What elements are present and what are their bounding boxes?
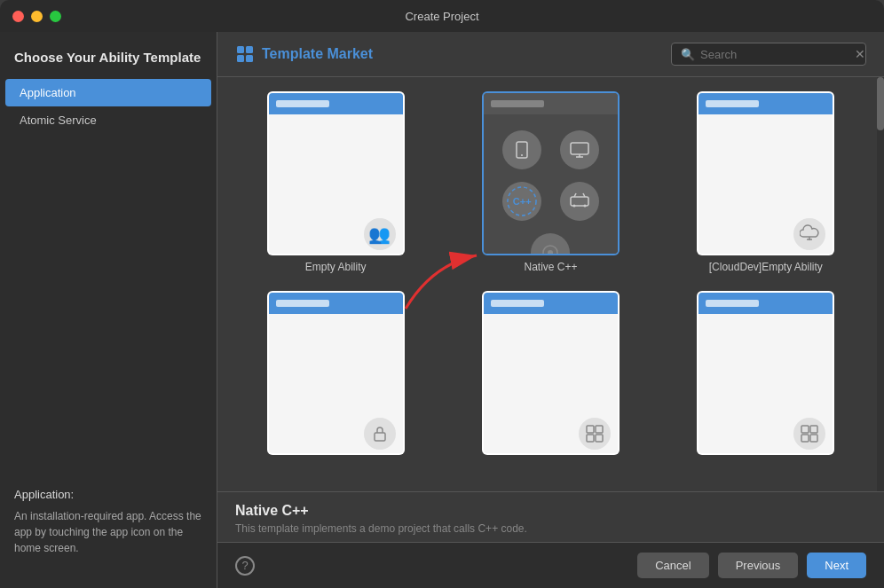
maximize-button[interactable] <box>50 11 61 22</box>
sidebar-desc-text: An installation-required app. Access the… <box>14 508 202 556</box>
template5-icon <box>579 418 611 450</box>
scrollbar-thumb[interactable] <box>877 77 884 130</box>
monitor-icon <box>560 130 599 169</box>
traffic-lights <box>12 11 61 22</box>
svg-rect-10 <box>571 197 588 206</box>
sidebar-description: Application: An installation-required ap… <box>0 472 217 571</box>
svg-point-12 <box>583 205 586 208</box>
footer-buttons: Cancel Previous Next <box>637 553 866 578</box>
content-header: Template Market 🔍 ✕ <box>217 32 884 77</box>
svg-rect-20 <box>375 433 385 441</box>
extra-icon <box>531 233 570 255</box>
search-box[interactable]: 🔍 ✕ <box>671 43 866 66</box>
main-container: Choose Your Ability Template Application… <box>0 32 884 588</box>
template-card-empty-ability[interactable]: 👥 Empty Ability <box>235 91 436 273</box>
svg-rect-3 <box>246 55 253 62</box>
template-card-clouddev[interactable]: [CloudDev]Empty Ability <box>666 91 866 273</box>
clouddev-icon <box>793 218 825 250</box>
window-title: Create Project <box>405 10 478 23</box>
svg-rect-2 <box>237 55 244 62</box>
search-clear-icon[interactable]: ✕ <box>855 47 865 61</box>
template4-icon <box>364 418 396 450</box>
svg-rect-0 <box>237 46 244 53</box>
cpp-icon: C++ <box>502 182 541 221</box>
template-card-native-cpp[interactable]: C++ <box>450 91 651 273</box>
empty-ability-icon: 👥 <box>364 218 396 250</box>
svg-rect-26 <box>810 426 817 433</box>
template-market-icon <box>235 44 255 64</box>
bottom-info: Native C++ This template implements a de… <box>217 491 884 542</box>
selected-template-title: Native C++ <box>235 503 866 519</box>
svg-rect-1 <box>246 46 253 53</box>
selected-template-desc: This template implements a demo project … <box>235 522 866 535</box>
svg-point-16 <box>548 250 553 255</box>
sidebar-desc-title: Application: <box>14 486 202 504</box>
content-area: Template Market 🔍 ✕ 👥 <box>217 32 884 588</box>
svg-rect-28 <box>810 435 817 442</box>
search-icon: 🔍 <box>681 48 695 61</box>
svg-rect-24 <box>596 435 603 442</box>
search-input[interactable] <box>700 48 849 61</box>
next-button[interactable]: Next <box>807 553 866 578</box>
car-icon <box>560 182 599 221</box>
sidebar-item-application[interactable]: Application <box>5 79 211 106</box>
cancel-button[interactable]: Cancel <box>637 553 708 578</box>
svg-point-5 <box>521 154 523 156</box>
sidebar-title: Choose Your Ability Template <box>0 50 217 79</box>
template-preview-empty-ability: 👥 <box>267 91 405 255</box>
template-name-clouddev: [CloudDev]Empty Ability <box>709 261 823 273</box>
title-bar: Create Project <box>0 0 884 32</box>
svg-point-11 <box>572 205 575 208</box>
svg-rect-27 <box>801 435 809 442</box>
sidebar: Choose Your Ability Template Application… <box>0 32 217 588</box>
svg-rect-6 <box>571 143 588 154</box>
templates-wrapper: 👥 Empty Ability <box>217 77 884 491</box>
previous-button[interactable]: Previous <box>718 553 799 578</box>
footer: ? Cancel Previous Next <box>217 542 884 588</box>
template-preview-5 <box>482 291 620 455</box>
templates-grid: 👥 Empty Ability <box>217 77 884 474</box>
template-market-text: Template Market <box>262 46 373 62</box>
template-card-6[interactable] <box>666 291 866 460</box>
scrollbar-track[interactable] <box>877 77 884 491</box>
template-card-5[interactable] <box>450 291 651 460</box>
svg-rect-22 <box>596 426 603 433</box>
template-preview-6 <box>697 291 834 455</box>
template-preview-native-cpp: C++ <box>482 91 620 255</box>
svg-rect-23 <box>587 435 594 442</box>
close-button[interactable] <box>12 11 24 22</box>
svg-rect-21 <box>587 426 594 433</box>
template-name-empty-ability: Empty Ability <box>305 261 367 273</box>
template-card-4[interactable] <box>235 291 436 460</box>
phone-icon <box>502 130 541 169</box>
template-market-label: Template Market <box>235 44 373 64</box>
template-name-native-cpp: Native C++ <box>524 261 577 273</box>
minimize-button[interactable] <box>31 11 43 22</box>
svg-rect-25 <box>801 426 809 433</box>
template-preview-clouddev <box>697 91 834 255</box>
sidebar-item-atomic-service[interactable]: Atomic Service <box>5 106 211 134</box>
template-preview-4 <box>267 291 405 455</box>
help-icon[interactable]: ? <box>235 556 255 576</box>
template6-icon <box>793 418 825 450</box>
